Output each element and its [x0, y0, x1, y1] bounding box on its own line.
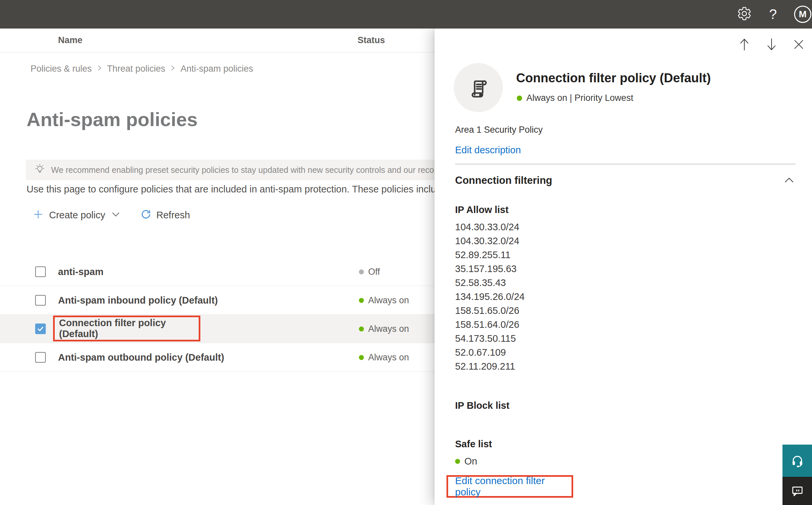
avatar-initial: M: [799, 9, 806, 20]
next-item-button[interactable]: [764, 37, 779, 52]
status-badge: Always on: [368, 352, 409, 363]
previous-item-button[interactable]: [737, 37, 752, 52]
safe-list-heading: Safe list: [455, 439, 492, 450]
chat-bubble-icon: [790, 484, 804, 498]
panel-status-text: Always on | Priority Lowest: [527, 93, 633, 103]
column-header-status[interactable]: Status: [358, 35, 385, 45]
ip-entry: 52.0.67.109: [455, 345, 525, 359]
section-divider: [455, 164, 795, 164]
help-icon: ?: [769, 7, 777, 21]
status-dot-on: [455, 459, 460, 464]
ip-entry: 104.30.32.0/24: [455, 234, 525, 248]
panel-title: Connection filter policy (Default): [516, 71, 711, 85]
table-row-selected[interactable]: Connection filter policy (Default) Alway…: [0, 315, 434, 343]
panel-status-line: Always on | Priority Lowest: [517, 93, 633, 103]
gear-icon: [737, 6, 752, 23]
create-policy-label: Create policy: [49, 210, 105, 221]
chevron-down-icon: [112, 212, 120, 218]
chevron-up-icon: [784, 177, 794, 183]
policy-details-flyout: Connection filter policy (Default) Alway…: [434, 28, 812, 505]
status-dot-on: [359, 327, 364, 331]
arrow-down-icon: [765, 37, 778, 51]
refresh-icon: [140, 209, 152, 221]
status-dot-on: [359, 298, 364, 303]
policy-name: Anti-spam outbound policy (Default): [58, 343, 224, 372]
ip-allow-list-heading: IP Allow list: [455, 204, 509, 215]
lightbulb-icon: [34, 163, 46, 177]
create-policy-button[interactable]: Create policy: [33, 209, 120, 221]
ip-entry: 52.58.35.43: [455, 276, 525, 290]
refresh-button[interactable]: Refresh: [120, 209, 190, 221]
policy-name: Connection filter policy (Default): [59, 318, 199, 339]
status-badge: Always on: [368, 324, 409, 334]
close-icon: [793, 39, 804, 50]
policy-name: anti-spam: [58, 258, 104, 286]
connection-filtering-heading: Connection filtering: [455, 175, 552, 186]
ip-entry: 158.51.65.0/26: [455, 304, 525, 318]
account-avatar[interactable]: M: [794, 6, 811, 23]
collapse-section-button[interactable]: [784, 177, 794, 184]
top-app-bar: ? M: [0, 0, 812, 28]
breadcrumb-threat-policies[interactable]: Threat policies: [107, 64, 166, 74]
status-dot-on: [517, 96, 522, 101]
help-button[interactable]: ?: [769, 7, 777, 21]
scroll-policy-icon: [467, 76, 489, 99]
headset-icon: [790, 453, 805, 469]
column-header-name[interactable]: Name: [58, 35, 82, 45]
ip-entry: 52.89.255.11: [455, 248, 525, 262]
row-checkbox[interactable]: [35, 267, 46, 277]
page-description: Use this page to configure policies that…: [26, 184, 447, 195]
safe-list-status-text: On: [464, 456, 477, 467]
ip-block-list-heading: IP Block list: [455, 400, 510, 411]
support-button[interactable]: [783, 445, 812, 477]
settings-button[interactable]: [737, 6, 752, 23]
ip-entry: 52.11.209.211: [455, 359, 525, 373]
row-checkbox[interactable]: [35, 295, 46, 306]
ip-entry: 158.51.64.0/26: [455, 318, 525, 331]
banner-text: We recommend enabling preset security po…: [51, 165, 452, 175]
highlight-box: Edit connection filter policy: [446, 475, 573, 498]
page-title: Anti-spam policies: [26, 108, 198, 130]
breadcrumb: Policies & rules Threat policies Anti-sp…: [30, 64, 253, 74]
status-badge: Always on: [368, 295, 409, 306]
table-row[interactable]: Anti-spam inbound policy (Default) Alway…: [0, 286, 434, 315]
policy-description: Area 1 Security Policy: [455, 125, 543, 135]
refresh-label: Refresh: [156, 210, 190, 221]
status-dot-on: [359, 355, 364, 360]
command-bar: Create policy Refresh: [33, 206, 190, 224]
status-dot-off: [359, 270, 364, 275]
breadcrumb-anti-spam-policies[interactable]: Anti-spam policies: [180, 64, 253, 74]
ip-entry: 54.173.50.115: [455, 331, 525, 345]
feedback-button[interactable]: [783, 477, 812, 505]
breadcrumb-policies-rules[interactable]: Policies & rules: [30, 64, 92, 74]
ip-entry: 35.157.195.63: [455, 262, 525, 276]
close-panel-button[interactable]: [791, 37, 806, 52]
table-row[interactable]: anti-spam Off: [0, 258, 434, 286]
ip-entry: 104.30.33.0/24: [455, 220, 525, 234]
row-checkbox-checked[interactable]: [35, 324, 46, 334]
plus-icon: [33, 209, 43, 221]
edit-connection-filter-policy-link[interactable]: Edit connection filter policy: [455, 475, 572, 498]
row-checkbox[interactable]: [35, 352, 46, 363]
status-badge: Off: [368, 267, 380, 277]
table-row[interactable]: Anti-spam outbound policy (Default) Alwa…: [0, 343, 434, 372]
highlight-box: Connection filter policy (Default): [53, 316, 200, 341]
table-header: Name Status: [0, 28, 434, 52]
ip-allow-list: 104.30.33.0/24 104.30.32.0/24 52.89.255.…: [455, 220, 525, 373]
policy-type-avatar: [454, 63, 503, 112]
chevron-right-icon: [97, 64, 102, 74]
policy-name: Anti-spam inbound policy (Default): [58, 286, 218, 315]
chevron-right-icon: [171, 64, 175, 74]
arrow-up-icon: [738, 37, 751, 51]
edit-description-link[interactable]: Edit description: [455, 145, 521, 156]
ip-entry: 134.195.26.0/24: [455, 290, 525, 304]
safe-list-status: On: [455, 456, 477, 467]
